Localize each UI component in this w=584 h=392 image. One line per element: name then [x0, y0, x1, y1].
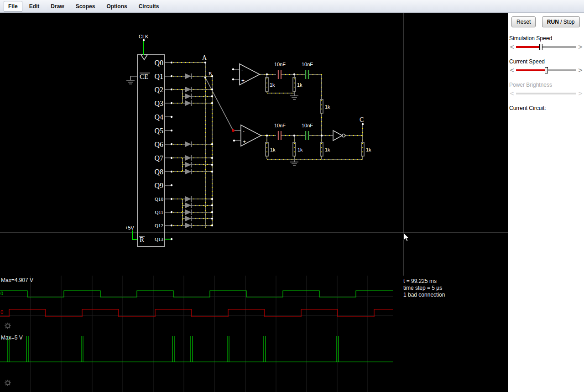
scope-panel[interactable]: Max=4.907 V 0 0 Max=5 V t = 99.225 ms ti…: [0, 276, 508, 392]
current-speed-fill: [516, 69, 545, 71]
scope-top-zero-red: 0: [0, 309, 3, 315]
clock-input-marker-icon: [141, 55, 147, 60]
opamp-plus-label: +: [243, 139, 246, 145]
resistor-label: 1k: [297, 82, 302, 88]
simulation-speed-fill: [516, 46, 539, 48]
pin-label: Q1: [154, 73, 163, 80]
status-timestep: time step = 5 µs: [403, 285, 442, 291]
capacitor-label: 10nF: [274, 62, 286, 67]
slider-prev-icon[interactable]: <: [509, 44, 515, 50]
highlighted-terminal-dot: [232, 129, 235, 132]
current-speed-handle[interactable]: [545, 67, 548, 73]
node-a-label: A: [202, 54, 207, 61]
current-circuit-label: Current Circuit:: [509, 105, 584, 111]
pin-label: Q3: [154, 99, 163, 107]
scope-gridlines: [0, 276, 393, 392]
pin-label: Q2: [154, 86, 163, 94]
scope-top[interactable]: Max=4.907 V 0 0: [0, 277, 393, 329]
opamp-minus-label: -: [241, 67, 243, 73]
clk-label: CLK: [139, 34, 149, 39]
reset-button[interactable]: Reset: [511, 16, 536, 27]
current-speed-track[interactable]: [516, 69, 576, 71]
toolbar-buttons: Reset RUN / Stop: [508, 13, 584, 27]
scope-bottom-max-label: Max=5 V: [1, 335, 23, 341]
pin-label: Q5: [154, 127, 163, 135]
pin-label: Q0: [154, 59, 163, 67]
resistor-label: 1k: [297, 147, 303, 152]
side-panel: Reset RUN / Stop Simulation Speed < > Cu…: [508, 13, 584, 392]
simulation-status: t = 99.225 ms time step = 5 µs 1 bad con…: [403, 278, 445, 298]
scope-bottom[interactable]: Max=5 V: [0, 335, 393, 386]
scope-top-red-trace: [0, 309, 393, 317]
capacitor-label: 10nF: [302, 123, 313, 128]
resistor-label: 1k: [325, 147, 330, 152]
current-dots: [173, 63, 363, 228]
capacitor-label: 10nF: [274, 123, 286, 128]
scope-top-zero-green: 0: [0, 291, 3, 296]
pin-label: Q13: [155, 236, 163, 242]
simulation-speed-track[interactable]: [516, 46, 576, 48]
capacitors[interactable]: [278, 70, 308, 140]
menu-draw[interactable]: Draw: [46, 1, 68, 12]
resistor-label: 1k: [325, 104, 330, 110]
diode-array[interactable]: [185, 73, 191, 228]
pin-label: Q7: [154, 154, 163, 162]
scope-settings-gear-icon[interactable]: [5, 323, 11, 329]
opamp-bottom[interactable]: - +: [241, 125, 261, 146]
pin-label: Q9: [154, 182, 163, 189]
chip-pin-labels: Q0 Q1 Q2 Q3 Q4 Q5 Q6 Q7 Q8 Q9 Q10 Q11 Q1…: [139, 59, 163, 243]
slider-prev-icon[interactable]: <: [509, 67, 515, 73]
mouse-cursor: [403, 233, 410, 242]
slider-next-icon[interactable]: >: [578, 67, 583, 73]
scope-top-max-label: Max=4.907 V: [1, 277, 33, 283]
simulation-speed-handle[interactable]: [539, 44, 542, 50]
scope-settings-gear-icon[interactable]: [5, 380, 11, 386]
slider-prev-icon: <: [509, 90, 515, 97]
status-bad-connection: 1 bad connection: [403, 292, 445, 298]
scope-top-green-trace: [0, 291, 393, 297]
pin-label: Q11: [155, 209, 163, 215]
simulation-speed-slider: < >: [508, 43, 584, 51]
counter-chip[interactable]: [137, 55, 165, 246]
node-b-label: B: [209, 71, 212, 76]
menu-bar: File Edit Draw Scopes Options Circuits: [0, 0, 584, 13]
menu-scopes[interactable]: Scopes: [71, 1, 100, 12]
ce-pin-label: CE: [140, 73, 148, 80]
power-brightness-slider: < >: [508, 90, 584, 97]
menu-edit[interactable]: Edit: [25, 1, 44, 12]
circuit-canvas[interactable]: - + - +: [0, 13, 508, 392]
opamp-top[interactable]: - +: [240, 64, 260, 85]
scope-bottom-spikes: [7, 336, 339, 362]
opamp-plus-label: +: [241, 78, 245, 84]
circuit-wires[interactable]: [130, 63, 363, 228]
pin-label: Q6: [154, 141, 163, 148]
status-time: t = 99.225 ms: [403, 278, 437, 284]
pin-label: Q8: [154, 168, 163, 176]
menu-file[interactable]: File: [4, 1, 22, 12]
run-stop-button[interactable]: RUN / Stop: [542, 16, 580, 27]
power-brightness-track: [516, 93, 576, 94]
slider-next-icon: >: [578, 90, 583, 97]
node-c-label: C: [360, 116, 364, 123]
current-speed-label: Current Speed: [509, 58, 584, 65]
resistor-label: 1k: [366, 147, 371, 152]
pin-label: Q12: [155, 223, 163, 228]
reset-pin-label: R: [140, 236, 144, 243]
vcc-label: +5V: [125, 225, 135, 230]
resistor-label: 1k: [270, 147, 276, 152]
inverter-gate[interactable]: [333, 131, 345, 141]
slider-next-icon[interactable]: >: [578, 44, 583, 50]
menu-circuits[interactable]: Circuits: [134, 1, 164, 12]
simulation-speed-label: Simulation Speed: [509, 35, 584, 42]
resistors[interactable]: [266, 78, 364, 156]
run-label: RUN: [547, 19, 559, 25]
resistor-label: 1k: [270, 82, 275, 88]
menu-options[interactable]: Options: [102, 1, 131, 12]
capacitor-label: 10nF: [302, 62, 313, 67]
opamp-minus-label: -: [243, 128, 245, 134]
stop-label: / Stop: [559, 19, 575, 25]
power-brightness-label: Power Brightness: [509, 82, 584, 88]
circuit-drawing[interactable]: - + - +: [0, 13, 508, 276]
pin-label: Q10: [155, 196, 163, 202]
circuit-simulator-app: File Edit Draw Scopes Options Circuits: [0, 0, 584, 392]
